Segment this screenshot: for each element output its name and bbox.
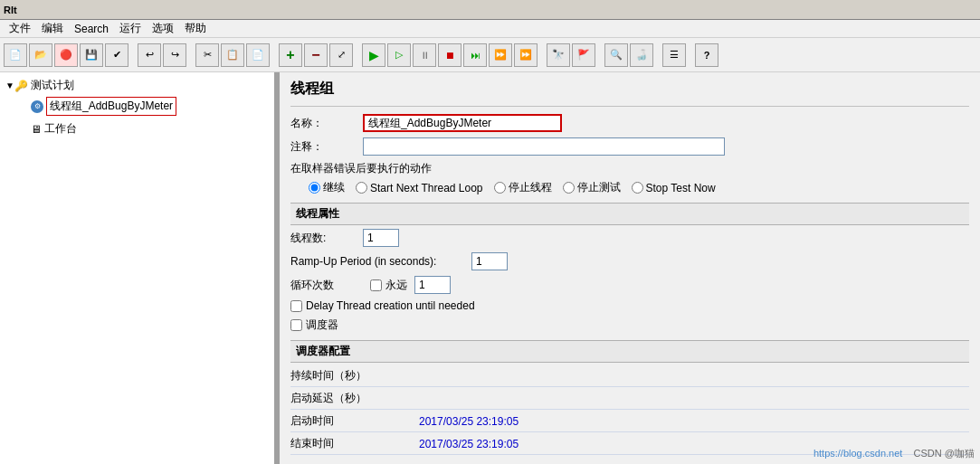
scheduler-config-subsection: 调度器配置 xyxy=(290,340,969,363)
delay-thread-checkbox[interactable] xyxy=(290,300,302,312)
comment-input[interactable] xyxy=(363,137,725,156)
error-action-label: 在取样器错误后要执行的动作 xyxy=(290,161,969,176)
duration-row: 持续时间（秒） xyxy=(290,368,969,387)
scheduler-checkbox[interactable] xyxy=(290,319,302,331)
radio-stop-test[interactable]: 停止测试 xyxy=(563,180,621,195)
radio-start-next-input[interactable] xyxy=(356,182,367,194)
radio-start-next[interactable]: Start Next Thread Loop xyxy=(356,182,483,194)
menu-edit[interactable]: 编辑 xyxy=(36,19,69,38)
toolbar-step2-button[interactable]: ⏩ xyxy=(489,43,512,67)
menu-run[interactable]: 运行 xyxy=(114,19,147,38)
toolbar-flag-button[interactable]: 🚩 xyxy=(572,43,595,67)
toolbar-cut-button[interactable]: ✂ xyxy=(195,43,219,67)
toolbar-list-button[interactable]: ☰ xyxy=(662,43,686,67)
thread-count-label: 线程数: xyxy=(290,231,363,246)
thread-count-input[interactable] xyxy=(363,229,399,247)
radio-stop-thread-label: 停止线程 xyxy=(509,180,552,195)
toolbar-bottle-button[interactable]: 🍶 xyxy=(630,43,653,67)
toolbar-stop-button[interactable]: ⏹ xyxy=(438,43,461,67)
radio-stop-test-now[interactable]: Stop Test Now xyxy=(632,182,716,194)
loop-forever-checkbox[interactable] xyxy=(370,279,382,291)
thread-count-row: 线程数: xyxy=(290,229,969,247)
end-time-label: 结束时间 xyxy=(290,436,417,451)
thread-group-label: 线程组_AddBugByJMeter xyxy=(46,97,176,116)
toolbar-open-button[interactable]: 📂 xyxy=(29,43,52,67)
delay-thread-label[interactable]: Delay Thread creation until needed xyxy=(290,299,475,312)
toolbar-binoculars-button[interactable]: 🔭 xyxy=(547,43,570,67)
title-bar: RIt xyxy=(0,0,980,20)
toolbar-add-button[interactable]: + xyxy=(279,43,302,67)
menu-search[interactable]: Search xyxy=(69,21,114,37)
toolbar-pause-button[interactable]: ⏸ xyxy=(413,43,436,67)
toolbar-help-button[interactable]: ? xyxy=(695,43,718,67)
radio-stop-test-now-input[interactable] xyxy=(632,182,643,194)
section-title: 线程组 xyxy=(290,80,969,99)
end-time-value: 2017/03/25 23:19:05 xyxy=(417,438,969,450)
menu-options[interactable]: 选项 xyxy=(147,19,179,38)
name-row: 名称： xyxy=(290,114,969,132)
menu-help[interactable]: 帮助 xyxy=(179,19,212,38)
right-panel: 线程组 名称： 注释： 在取样器错误后要执行的动作 继续 Start Next … xyxy=(280,72,980,464)
key-icon: 🔑 xyxy=(14,80,28,92)
workbench-icon: 🖥 xyxy=(31,123,42,136)
toolbar-run-button[interactable]: ▶ xyxy=(362,43,385,67)
tree-item-workbench[interactable]: 🖥 工作台 xyxy=(20,119,271,138)
tree-root-label: 测试计划 xyxy=(31,78,74,93)
delay-thread-text: Delay Thread creation until needed xyxy=(306,299,475,312)
scheduler-label[interactable]: 调度器 xyxy=(290,317,338,333)
main-layout: ▼ 🔑 测试计划 ⚙ 线程组_AddBugByJMeter 🖥 工作台 线程组 xyxy=(0,72,980,464)
loop-forever-label[interactable]: 永远 xyxy=(370,278,407,293)
section-divider xyxy=(290,106,969,107)
radio-continue[interactable]: 继续 xyxy=(309,180,345,195)
ramp-up-label: Ramp-Up Period (in seconds): xyxy=(290,255,471,268)
loop-count-row: 循环次数 永远 xyxy=(290,276,969,294)
radio-start-next-label: Start Next Thread Loop xyxy=(370,182,483,194)
loop-count-input[interactable] xyxy=(414,276,451,294)
toolbar-copy-button[interactable]: 📋 xyxy=(221,43,244,67)
workbench-label: 工作台 xyxy=(44,121,77,137)
comment-label: 注释： xyxy=(290,139,363,155)
scheduler-text: 调度器 xyxy=(306,317,338,333)
duration-label: 持续时间（秒） xyxy=(290,368,417,384)
duration-input[interactable] xyxy=(417,370,969,383)
thread-group-icon: ⚙ xyxy=(31,100,43,113)
error-action-radio-group: 继续 Start Next Thread Loop 停止线程 停止测试 Stop… xyxy=(290,180,969,195)
thread-props-subsection: 线程属性 xyxy=(290,203,969,225)
toolbar-save-button[interactable]: 💾 xyxy=(80,43,103,67)
toolbar-close-button[interactable]: 🔴 xyxy=(54,43,78,67)
radio-stop-test-label: 停止测试 xyxy=(577,180,621,195)
radio-stop-test-now-label: Stop Test Now xyxy=(646,182,716,194)
toolbar-check-button[interactable]: ✔ xyxy=(105,43,128,67)
menu-file[interactable]: 文件 xyxy=(4,19,36,38)
radio-continue-input[interactable] xyxy=(309,182,320,194)
ramp-up-input[interactable] xyxy=(471,252,508,270)
toolbar-redo-button[interactable]: ↪ xyxy=(163,43,186,67)
name-label: 名称： xyxy=(290,116,363,131)
toolbar-step-button[interactable]: ⏭ xyxy=(463,43,487,67)
toolbar-run2-button[interactable]: ▷ xyxy=(387,43,411,67)
scheduler-row: 调度器 xyxy=(290,317,969,333)
end-time-row: 结束时间 2017/03/25 23:19:05 xyxy=(290,436,969,455)
startup-delay-input[interactable] xyxy=(417,393,969,405)
toolbar-new-button[interactable]: 📄 xyxy=(4,43,27,67)
toolbar-remove-button[interactable]: − xyxy=(304,43,328,67)
radio-stop-thread-input[interactable] xyxy=(494,182,506,194)
ramp-up-row: Ramp-Up Period (in seconds): xyxy=(290,252,969,270)
tree-item-thread-group[interactable]: ⚙ 线程组_AddBugByJMeter xyxy=(20,95,271,118)
toolbar-undo-button[interactable]: ↩ xyxy=(138,43,161,67)
toolbar-step3-button[interactable]: ⏩ xyxy=(514,43,538,67)
name-input[interactable] xyxy=(363,114,562,132)
toolbar-expand-button[interactable]: ⤢ xyxy=(329,43,353,67)
comment-row: 注释： xyxy=(290,137,969,156)
loop-count-label: 循环次数 xyxy=(290,278,363,293)
tree-expand-icon: ▼ xyxy=(5,80,14,90)
tree-root-item[interactable]: ▼ 🔑 测试计划 xyxy=(4,76,271,95)
tree-children: ⚙ 线程组_AddBugByJMeter 🖥 工作台 xyxy=(4,95,271,138)
radio-stop-test-input[interactable] xyxy=(563,182,575,194)
start-time-row: 启动时间 2017/03/25 23:19:05 xyxy=(290,413,969,432)
error-action-section: 在取样器错误后要执行的动作 继续 Start Next Thread Loop … xyxy=(290,161,969,195)
radio-stop-thread[interactable]: 停止线程 xyxy=(494,180,552,195)
toolbar-search-button[interactable]: 🔍 xyxy=(604,43,628,67)
toolbar-paste-button[interactable]: 📄 xyxy=(246,43,270,67)
tree-panel: ▼ 🔑 测试计划 ⚙ 线程组_AddBugByJMeter 🖥 工作台 xyxy=(0,72,276,464)
